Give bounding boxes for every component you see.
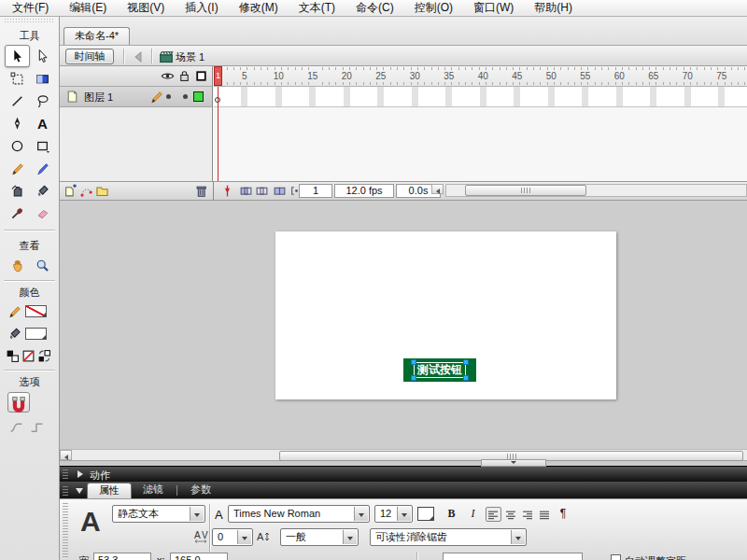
- black-white-button[interactable]: [6, 349, 21, 363]
- line-tool[interactable]: [5, 90, 30, 112]
- selection-tool[interactable]: [5, 45, 30, 67]
- link-input[interactable]: [443, 553, 583, 560]
- menu-item-commands[interactable]: 命令(C): [345, 0, 404, 16]
- timeline-ruler[interactable]: 15101520253035404550556065707580: [214, 66, 747, 87]
- edit-multiple-frames-button[interactable]: [273, 184, 288, 199]
- bold-button[interactable]: B: [443, 506, 460, 523]
- text-direction-button[interactable]: ¶: [556, 507, 571, 520]
- eyedropper-tool[interactable]: [5, 202, 30, 224]
- oval-tool[interactable]: [5, 134, 30, 157]
- pen-tool[interactable]: [5, 112, 30, 134]
- menu-item-control[interactable]: 控制(O): [404, 0, 463, 16]
- layer-frame-strip[interactable]: [214, 87, 747, 107]
- text-type-select[interactable]: 静态文本: [112, 505, 205, 523]
- panel-gripper[interactable]: [63, 502, 68, 557]
- timeline-toggle-button[interactable]: 时间轴: [65, 49, 114, 64]
- text-fill-color-swatch[interactable]: [417, 507, 434, 521]
- menu-item-text[interactable]: 文本(T): [289, 0, 345, 16]
- antialias-select[interactable]: 可读性消除锯齿: [370, 528, 527, 546]
- italic-button[interactable]: I: [464, 506, 482, 523]
- scene-breadcrumb[interactable]: 场景 1: [176, 50, 204, 64]
- document-tab[interactable]: 未命名-4*: [63, 27, 130, 45]
- back-arrow-icon[interactable]: [131, 49, 146, 63]
- font-family-select[interactable]: Times New Roman: [228, 505, 370, 523]
- onion-skin-button[interactable]: [239, 184, 254, 199]
- paint-bucket-tool[interactable]: [30, 179, 55, 202]
- align-justify-button[interactable]: [537, 507, 553, 522]
- menu-item-edit[interactable]: 编辑(E): [59, 0, 117, 16]
- pencil-tool[interactable]: [5, 157, 30, 179]
- actions-panel-header[interactable]: 动作: [60, 466, 747, 482]
- no-color-button[interactable]: [21, 349, 37, 363]
- letter-spacing-select[interactable]: 0: [212, 528, 253, 546]
- timeline-horizontal-scrollbar[interactable]: [445, 184, 747, 197]
- layer-visibility-dot[interactable]: [166, 94, 171, 99]
- stage-pasteboard[interactable]: 测试按钮: [60, 201, 747, 449]
- delete-layer-button[interactable]: [194, 184, 209, 199]
- character-position-select[interactable]: 一般: [280, 528, 359, 546]
- menu-item-insert[interactable]: 插入(I): [175, 0, 228, 16]
- onion-skin-outlines-button[interactable]: [255, 184, 270, 199]
- menu-item-help[interactable]: 帮助(H): [524, 0, 583, 16]
- selection-handle-top-right[interactable]: [463, 359, 469, 365]
- font-size-select[interactable]: 12: [374, 505, 413, 523]
- layer-name[interactable]: 图层 1: [84, 91, 113, 105]
- playhead[interactable]: 1: [214, 66, 222, 86]
- menu-item-file[interactable]: 文件(F): [2, 0, 59, 16]
- text-tool[interactable]: A: [30, 112, 55, 134]
- free-transform-tool[interactable]: [5, 67, 30, 90]
- panel-gripper[interactable]: [63, 469, 68, 479]
- width-input[interactable]: 53.3: [93, 553, 151, 560]
- menu-item-modify[interactable]: 修改(M): [229, 0, 289, 16]
- straighten-button[interactable]: [30, 420, 50, 435]
- insert-layer-folder-button[interactable]: [95, 184, 110, 199]
- center-frame-button[interactable]: [220, 184, 235, 199]
- tab-properties[interactable]: 属性: [87, 483, 132, 498]
- insert-layer-button[interactable]: [63, 184, 78, 199]
- expanded-disclosure-icon[interactable]: [76, 488, 83, 494]
- ink-bottle-tool[interactable]: [5, 179, 30, 202]
- layer-outline-swatch[interactable]: [193, 91, 204, 102]
- panel-collapse-handle[interactable]: [481, 459, 546, 467]
- outline-layers-icon[interactable]: [194, 69, 209, 84]
- tab-filters[interactable]: 滤镜: [132, 483, 175, 498]
- stage-horizontal-scrollbar[interactable]: [60, 449, 747, 461]
- selection-handle-bottom-right[interactable]: [463, 375, 469, 381]
- auto-kern-checkbox[interactable]: [611, 554, 621, 560]
- menu-item-view[interactable]: 视图(V): [117, 0, 175, 16]
- timeline-scrollbar-thumb[interactable]: [465, 185, 586, 196]
- hand-tool[interactable]: [5, 254, 30, 276]
- eraser-tool[interactable]: [30, 202, 55, 224]
- rectangle-tool[interactable]: [30, 134, 55, 157]
- swap-colors-button[interactable]: [37, 349, 53, 363]
- brush-tool[interactable]: [30, 157, 55, 179]
- align-right-button[interactable]: [520, 507, 536, 522]
- frame-rate-indicator[interactable]: 12.0 fps: [334, 184, 394, 198]
- timeline-scroll-left-arrow[interactable]: [431, 184, 444, 194]
- panel-gripper[interactable]: [63, 484, 68, 496]
- smooth-button[interactable]: [9, 420, 30, 435]
- stage-canvas[interactable]: 测试按钮: [275, 231, 616, 399]
- align-left-button[interactable]: [486, 507, 501, 522]
- panel-gripper[interactable]: [5, 19, 54, 22]
- x-input[interactable]: 165.0: [170, 553, 228, 560]
- gradient-transform-tool[interactable]: [30, 67, 55, 90]
- selection-handle-bottom-left[interactable]: [411, 375, 416, 381]
- show-hide-layers-icon[interactable]: [161, 69, 176, 84]
- menu-item-window[interactable]: 窗口(W): [463, 0, 524, 16]
- test-button-shape[interactable]: 测试按钮: [403, 358, 476, 382]
- collapsed-disclosure-icon[interactable]: [78, 470, 83, 478]
- add-motion-guide-button[interactable]: [79, 184, 94, 199]
- align-center-button[interactable]: [503, 507, 519, 522]
- fill-color-swatch[interactable]: [25, 328, 47, 340]
- layer-row[interactable]: 图层 1: [60, 87, 212, 107]
- lock-layers-icon[interactable]: [177, 69, 192, 84]
- stroke-color-swatch[interactable]: [25, 305, 47, 317]
- snap-to-objects-button[interactable]: [7, 392, 30, 413]
- selected-text-field[interactable]: 测试按钮: [414, 362, 466, 378]
- selection-handle-top-left[interactable]: [411, 359, 416, 365]
- stage-scroll-left-arrow[interactable]: [60, 450, 72, 460]
- layer-lock-dot[interactable]: [183, 94, 188, 99]
- tab-parameters[interactable]: 参数: [179, 483, 222, 498]
- subselection-tool[interactable]: [30, 45, 55, 67]
